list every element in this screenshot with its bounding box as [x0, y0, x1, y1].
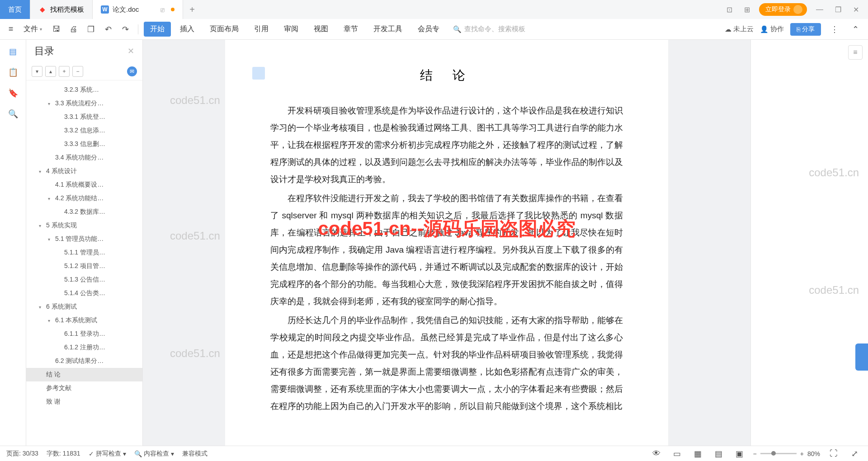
zoom-slider[interactable] — [760, 453, 797, 454]
fit-icon[interactable]: ⛶ — [827, 447, 840, 460]
search-side-icon[interactable]: 🔍 — [8, 108, 19, 119]
tab-doc[interactable]: W 论文.doc ⎚ — [93, 0, 183, 19]
outline-item[interactable]: 参考文献 — [26, 381, 142, 395]
ribbon-tab-review[interactable]: 审阅 — [278, 22, 305, 37]
outline-item[interactable]: 4.3.2 数据库… — [26, 205, 142, 219]
outline-item[interactable]: 3.4 系统功能分… — [26, 151, 142, 165]
separator — [138, 24, 138, 34]
word-count[interactable]: 字数: 11831 — [47, 450, 80, 458]
outline-item[interactable]: 3.3.2 信息添… — [26, 124, 142, 137]
outline-item[interactable]: 6.1.2 注册功… — [26, 341, 142, 354]
login-button[interactable]: 立即登录 — [759, 3, 807, 16]
page-anchor-icon[interactable] — [252, 67, 265, 80]
outline-item[interactable]: 4.1 系统概要设… — [26, 178, 142, 192]
close-panel-icon[interactable]: ✕ — [127, 46, 134, 56]
command-search[interactable]: 🔍 查找命令、搜索模板 — [453, 25, 525, 33]
outline-item[interactable]: 5.1.2 项目管… — [26, 259, 142, 273]
view-web-icon[interactable]: ▦ — [692, 447, 704, 460]
collapse-ribbon-icon[interactable]: ⌃ — [849, 23, 862, 36]
zoom-level[interactable]: 80% — [807, 450, 820, 457]
view-page-icon[interactable]: ▭ — [671, 447, 684, 460]
outline-item[interactable]: ▾4 系统设计 — [26, 165, 142, 178]
print-preview-icon[interactable]: ❐ — [85, 23, 97, 36]
chevron-icon: ▾ — [48, 101, 53, 106]
eye-icon[interactable]: 👁 — [650, 447, 663, 460]
tab-home[interactable]: 首页 — [0, 0, 30, 19]
cloud-status[interactable]: ☁未上云 — [725, 25, 754, 33]
ribbon: ≡ 文件▾ 🖫 🖨 ❐ ↶ ↷ 开始 插入 页面布局 引用 审阅 视图 章节 开… — [0, 19, 868, 40]
tab-templates[interactable]: ◆ 找稻壳模板 — [30, 0, 93, 19]
outline-tree[interactable]: 3.2.3 系统…▾3.3 系统流程分…3.3.1 系统登…3.3.2 信息添…… — [26, 80, 142, 446]
ribbon-tab-insert[interactable]: 插入 — [174, 22, 201, 37]
share-button[interactable]: ⎘分享 — [790, 23, 821, 36]
ribbon-tab-start[interactable]: 开始 — [144, 22, 171, 37]
ribbon-tab-section[interactable]: 章节 — [337, 22, 364, 37]
outline-item[interactable]: 5.1.4 公告类… — [26, 287, 142, 300]
paragraph: 历经长达几个月的毕业作品制作，我凭借自己的知识技能，还有大家的指导帮助，能够在学… — [270, 312, 623, 415]
outline-icon[interactable]: ▤ — [8, 46, 19, 57]
outline-item[interactable]: ▾5 系统实现 — [26, 219, 142, 232]
style-panel-icon[interactable]: ≡ — [848, 45, 863, 60]
message-icon[interactable]: ✉ — [127, 66, 137, 76]
split-view-icon[interactable]: ⊡ — [724, 5, 735, 15]
cloud-icon: ☁ — [725, 25, 731, 33]
outline-item[interactable]: ▾6 系统测试 — [26, 300, 142, 314]
outline-item[interactable]: 5.1.3 公告信… — [26, 273, 142, 287]
view-read-icon[interactable]: ▣ — [733, 447, 746, 460]
expand-all-icon[interactable]: ▾ — [32, 66, 42, 77]
ribbon-tab-member[interactable]: 会员专 — [411, 22, 446, 37]
ribbon-tab-layout[interactable]: 页面布局 — [203, 22, 245, 37]
more-icon[interactable]: ⋮ — [828, 23, 841, 36]
collapse-all-icon[interactable]: ▴ — [45, 66, 56, 77]
file-menu[interactable]: 文件▾ — [19, 24, 47, 34]
compat-mode[interactable]: 兼容模式 — [182, 450, 208, 458]
close-window-button[interactable]: ✕ — [850, 5, 862, 15]
zoom-control[interactable]: − + 80% — [753, 450, 820, 457]
collab-button[interactable]: 👤协作 — [760, 25, 784, 33]
present-icon[interactable]: ⎚ — [160, 6, 165, 14]
fullscreen-icon[interactable]: ⤢ — [848, 447, 861, 460]
outline-item[interactable]: 结 论 — [26, 368, 142, 381]
watermark-grey: code51.cn — [170, 230, 220, 242]
feedback-tab[interactable] — [855, 343, 868, 371]
maximize-button[interactable]: ❐ — [832, 5, 844, 15]
undo-icon[interactable]: ↶ — [102, 23, 114, 36]
outline-item[interactable]: ▾3.3 系统流程分… — [26, 97, 142, 110]
outline-item[interactable]: 致 谢 — [26, 395, 142, 409]
outline-item[interactable]: ▾4.2 系统功能结… — [26, 192, 142, 205]
zoom-in-icon[interactable]: + — [800, 450, 804, 457]
minimize-button[interactable]: — — [813, 5, 826, 14]
outline-item[interactable]: 5.1.1 管理员… — [26, 246, 142, 259]
outline-item[interactable]: 3.2.3 系统… — [26, 83, 142, 97]
ribbon-tab-reference[interactable]: 引用 — [248, 22, 275, 37]
ribbon-tab-devtools[interactable]: 开发工具 — [367, 22, 409, 37]
print-icon[interactable]: 🖨 — [67, 23, 80, 36]
new-tab-button[interactable]: + — [183, 0, 201, 19]
save-icon[interactable]: 🖫 — [50, 23, 63, 36]
document-area[interactable]: code51.cn code51.cn code51.cn 结 论 开发科研项目… — [143, 40, 750, 446]
outline-item[interactable]: 3.3.3 信息删… — [26, 137, 142, 151]
view-outline-icon[interactable]: ▤ — [712, 447, 725, 460]
contentcheck-toggle[interactable]: 🔍内容检查▾ — [134, 450, 174, 458]
paragraph: 在程序软件没能进行开发之前，我去了学校的图书馆借了有关数据库操作的书籍，在查看了… — [270, 190, 623, 310]
spellcheck-toggle[interactable]: ✓拼写检查▾ — [89, 450, 126, 458]
page-indicator[interactable]: 页面: 30/33 — [6, 450, 38, 458]
redo-icon[interactable]: ↷ — [119, 23, 132, 36]
remove-heading-icon[interactable]: − — [72, 66, 83, 77]
outline-label: 6.2 测试结果分… — [55, 357, 104, 365]
hamburger-icon[interactable]: ≡ — [5, 24, 16, 35]
apps-icon[interactable]: ⊞ — [741, 5, 753, 15]
outline-item[interactable]: ▾6.1 本系统测试 — [26, 314, 142, 327]
outline-item[interactable]: 3.3.1 系统登… — [26, 110, 142, 124]
outline-item[interactable]: 6.2 测试结果分… — [26, 354, 142, 368]
outline-label: 3.3 系统流程分… — [55, 99, 104, 108]
outline-item[interactable]: 6.1.1 登录功… — [26, 327, 142, 341]
clipboard-icon[interactable]: 📋 — [8, 67, 19, 78]
outline-label: 4 系统设计 — [46, 167, 77, 175]
zoom-out-icon[interactable]: − — [753, 450, 757, 457]
outline-item[interactable]: ▾5.1 管理员功能… — [26, 232, 142, 246]
user-icon: 👤 — [760, 25, 769, 33]
ribbon-tab-view[interactable]: 视图 — [307, 22, 335, 37]
bookmark-icon[interactable]: 🔖 — [8, 88, 19, 99]
add-heading-icon[interactable]: + — [59, 66, 70, 77]
